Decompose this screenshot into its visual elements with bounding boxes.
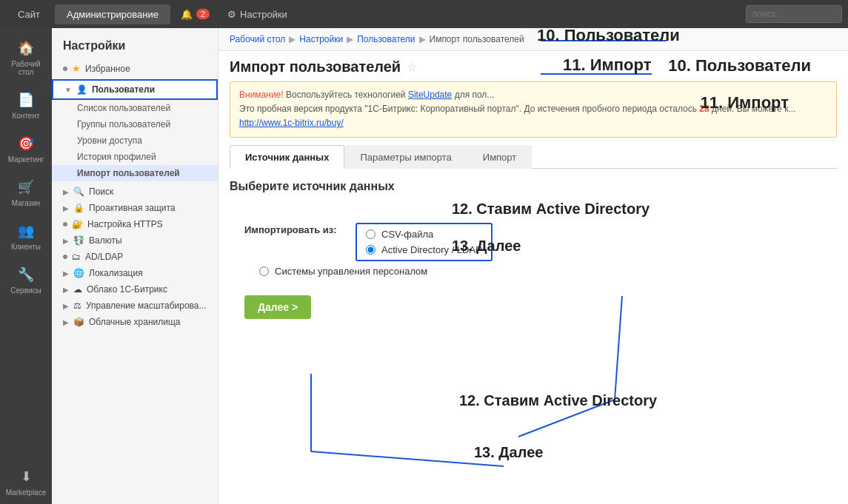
notifications-badge[interactable]: 🔔 2 [173,6,217,23]
section-title: Выберите источник данных [230,180,837,193]
breadcrumb-current: Импорт пользователей [430,34,524,44]
buy-link[interactable]: http://www.1c-bitrix.ru/buy/ [239,118,344,128]
favorite-star-icon[interactable]: ☆ [407,60,417,74]
breadcrumb-link-desktop[interactable]: Рабочий стол [230,34,285,44]
storage-icon: 📦 [73,317,84,327]
sidebar-label-cloud-storage: Облачные хранилища [89,317,181,327]
sidebar-label-profile-history: История профилей [77,152,156,162]
sidebar-item-cloud[interactable]: ▶ ☁ Облако 1С-Битрикс [52,281,218,298]
radio-ad[interactable] [366,245,375,255]
sidebar-sub-user-list[interactable]: Список пользователей [52,100,218,116]
next-button[interactable]: Далее > [244,295,311,319]
sidebar-group-users-label: Пользователи [92,84,155,95]
warning-text-trial: Это пробная версия продукта "1С-Битрикс:… [239,104,699,114]
import-from-label: Импортировать из: [244,223,348,235]
sidebar-item-cloud-storage[interactable]: ▶ 📦 Облачные хранилища [52,314,218,330]
tab-source[interactable]: Источник данных [230,145,344,169]
arrow-right-icon: ▶ [63,318,69,326]
sidebar-label-access-levels: Уровни доступа [77,135,142,146]
https-icon: 🔐 [72,219,83,229]
tab-import[interactable]: Импорт [467,145,532,169]
arrow-right-icon: ▶ [63,302,69,310]
import-form: Импортировать из: CSV-файла Active Direc… [230,208,837,326]
sidebar-label-clients: Клиенты [11,243,41,251]
page-title: Импорт пользователей [230,58,401,75]
sidebar-group-users: ▼ 👤 Пользователи Список пользователей Гр… [52,77,218,184]
sidebar-item-https[interactable]: 🔐 Настройка HTTPS [52,216,218,232]
annotation-10: 10. Пользователи [668,56,811,75]
sidebar-label-currency: Валюты [89,235,122,246]
radio-option-hrm: Системы управления персоналом [259,266,822,277]
sidebar-label-user-groups: Группы пользователей [77,119,170,130]
sidebar-label-shop: Магазин [12,199,41,207]
clients-icon: 👥 [17,222,35,240]
warning-text-1: Внимание! [239,90,284,100]
search-icon: 🔍 [73,187,84,197]
currency-icon: 💱 [73,235,84,246]
sidebar-label-scaling: Управление масштабирова... [86,300,206,311]
marketing-icon: 🎯 [17,135,35,152]
sidebar-item-favorites[interactable]: ★ Избранное [52,60,218,77]
settings-nav-item[interactable]: ⚙ Настройки [220,6,295,23]
breadcrumb-sep: ▶ [289,34,296,44]
radio-hrm[interactable] [259,266,269,276]
bullet-icon [63,222,67,226]
icon-sidebar: 🏠 Рабочий стол 📄 Контент 🎯 Маркетинг 🛒 М… [0,28,52,504]
sidebar-item-proactive[interactable]: ▶ 🔒 Проактивная защита [52,200,218,216]
services-icon: 🔧 [17,266,35,283]
sidebar-item-currency[interactable]: ▶ 💱 Валюты [52,232,218,249]
sidebar-item-localization[interactable]: ▶ 🌐 Локализация [52,265,218,281]
sidebar-group-users-header[interactable]: ▼ 👤 Пользователи [52,79,218,100]
sidebar-item-shop[interactable]: 🛒 Магазин [0,171,52,215]
arrow-right-icon: ▶ [63,188,69,196]
sidebar-label-content: Контент [12,112,39,120]
sidebar-sub-user-groups[interactable]: Группы пользователей [52,116,218,132]
ad-icon: 🗂 [72,252,81,262]
main-content: Рабочий стол ▶ Настройки ▶ Пользователи … [218,28,848,504]
breadcrumb-link-users[interactable]: Пользователи [357,34,415,44]
settings-sidebar-title: Настройки [52,36,218,60]
sidebar-item-marketing[interactable]: 🎯 Маркетинг [0,127,52,171]
radio-csv[interactable] [366,229,375,239]
sidebar-sub-import-users[interactable]: Импорт пользователей [52,165,218,181]
sidebar-label-marketing: Маркетинг [8,155,44,164]
user-icon: 👤 [76,84,87,95]
sidebar-label-proactive: Проактивная защита [89,203,176,213]
sidebar-label-desktop: Рабочий стол [4,60,48,76]
sidebar-label-import-users: Импорт пользователей [77,168,180,178]
site-update-link[interactable]: SiteUpdate [408,90,452,100]
sidebar-item-scaling[interactable]: ▶ ⚖ Управление масштабирова... [52,298,218,314]
search-input[interactable] [746,5,842,23]
tab-admin[interactable]: Администрирование [55,4,170,24]
arrow-right-icon: ▶ [63,204,69,212]
label-hrm: Системы управления персоналом [275,266,427,277]
sidebar-label-cloud: Облако 1С-Битрикс [87,284,167,295]
globe-icon: 🌐 [73,268,84,278]
chevron-down-icon: ▼ [64,86,72,94]
sidebar-label-https: Настройка HTTPS [87,219,163,229]
warning-text-2: Воспользуйтесь технологией [286,90,408,100]
bullet-icon [63,255,67,259]
sidebar-item-marketplace[interactable]: ⬇ Marketplace [0,460,52,504]
sidebar-label-services: Сервисы [10,286,41,295]
tab-site[interactable]: Сайт [6,4,52,24]
sidebar-label-favorites: Избранное [85,64,130,74]
sidebar-item-search[interactable]: ▶ 🔍 Поиск [52,184,218,200]
cloud-icon: ☁ [73,284,82,295]
sidebar-item-desktop[interactable]: 🏠 Рабочий стол [0,32,52,84]
annotation-11: 11. Импорт [701,93,789,112]
sidebar-sub-access-levels[interactable]: Уровни доступа [52,132,218,149]
arrow-right-icon: ▶ [63,269,69,278]
sidebar-item-content[interactable]: 📄 Контент [0,84,52,127]
sidebar-item-services[interactable]: 🔧 Сервисы [0,258,52,302]
bell-icon: 🔔 [181,9,193,20]
breadcrumb-link-settings[interactable]: Настройки [299,34,343,44]
star-icon: ★ [72,63,81,74]
sidebar-sub-profile-history[interactable]: История профилей [52,149,218,165]
sidebar-item-clients[interactable]: 👥 Клиенты [0,215,52,258]
sidebar-item-adldap[interactable]: 🗂 AD/LDAP [52,249,218,265]
annotation-13: 13. Далее [452,238,521,255]
sidebar-label-localization: Локализация [89,268,143,278]
tab-params[interactable]: Параметры импорта [344,145,467,169]
breadcrumb-sep: ▶ [419,34,426,44]
